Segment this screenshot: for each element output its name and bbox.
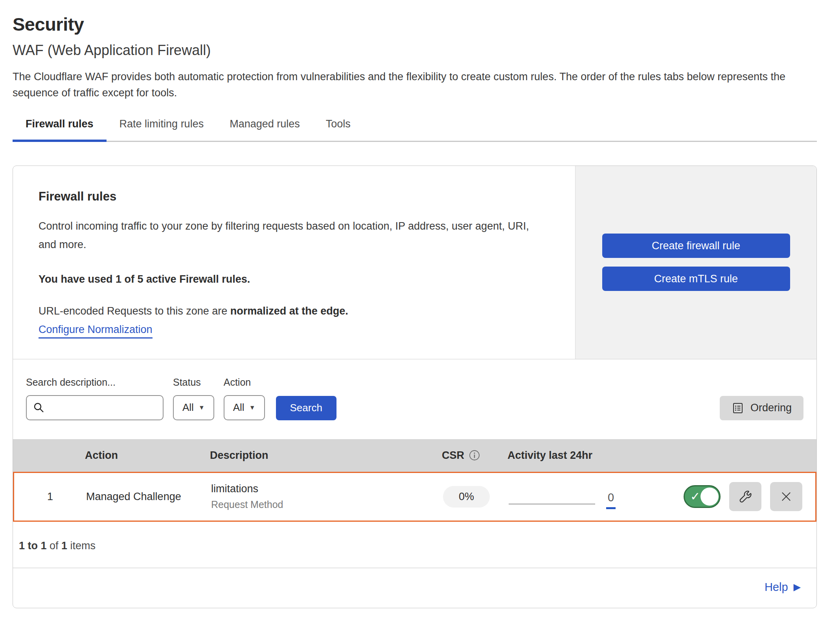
- info-icon[interactable]: [469, 450, 480, 461]
- help-link[interactable]: Help ▶: [765, 581, 801, 594]
- action-label: Action: [224, 377, 265, 388]
- search-box: [26, 395, 164, 420]
- ordering-button-label: Ordering: [750, 402, 792, 414]
- firewall-rules-card: Firewall rules Control incoming traffic …: [13, 166, 817, 608]
- column-header-activity: Activity last 24hr: [507, 449, 673, 462]
- create-firewall-rule-button[interactable]: Create firewall rule: [602, 234, 790, 258]
- card-top-left: Firewall rules Control incoming traffic …: [13, 166, 575, 359]
- tab-managed-rules[interactable]: Managed rules: [217, 115, 313, 142]
- search-label: Search description...: [26, 377, 164, 388]
- tab-bar: Firewall rules Rate limiting rules Manag…: [13, 115, 817, 142]
- action-select[interactable]: All ▼: [224, 395, 265, 420]
- rule-csr: 0%: [439, 486, 509, 508]
- enable-toggle[interactable]: ✓: [684, 485, 721, 508]
- page-description: The Cloudflare WAF provides both automat…: [13, 69, 818, 101]
- usage-text: You have used 1 of 5 active Firewall rul…: [39, 273, 552, 285]
- close-icon: [780, 490, 793, 503]
- card-actions-panel: Create firewall rule Create mTLS rule: [575, 166, 816, 359]
- filter-bar: Search description... Status All ▼ Actio…: [13, 359, 816, 439]
- help-row: Help ▶: [13, 568, 816, 608]
- search-button[interactable]: Search: [276, 396, 336, 420]
- delete-button[interactable]: [770, 482, 802, 511]
- normalization-text: URL-encoded Requests to this zone are no…: [39, 305, 552, 317]
- search-input[interactable]: [50, 402, 176, 413]
- status-select-value: All: [182, 401, 194, 414]
- configure-button[interactable]: [729, 482, 761, 511]
- table-row: 1 Managed Challenge limitations Request …: [13, 472, 816, 522]
- activity-count-link[interactable]: 0: [606, 491, 616, 509]
- status-select[interactable]: All ▼: [173, 395, 214, 420]
- card-top-section: Firewall rules Control incoming traffic …: [13, 166, 816, 359]
- column-header-description: Description: [210, 449, 438, 462]
- check-icon: ✓: [690, 489, 700, 503]
- search-icon: [33, 402, 45, 414]
- rule-action: Managed Challenge: [86, 491, 211, 503]
- rule-controls: ✓: [674, 482, 815, 511]
- column-header-action: Action: [85, 449, 210, 462]
- tab-tools[interactable]: Tools: [313, 115, 364, 142]
- ordering-list-icon: [732, 402, 744, 414]
- toggle-knob: [700, 488, 719, 506]
- status-label: Status: [173, 377, 214, 388]
- table-header: Action Description CSR Activity last 24h…: [13, 439, 816, 472]
- action-select-value: All: [233, 401, 245, 414]
- page-title: Security: [13, 13, 818, 35]
- rule-description: limitations Request Method: [211, 483, 439, 510]
- page-subtitle: WAF (Web Application Firewall): [13, 42, 818, 59]
- activity-sparkline: [509, 504, 595, 504]
- rule-activity: 0: [509, 484, 674, 509]
- create-mtls-rule-button[interactable]: Create mTLS rule: [602, 267, 790, 291]
- ordering-button[interactable]: Ordering: [720, 396, 803, 420]
- help-link-label: Help: [765, 581, 788, 594]
- rule-index: 1: [14, 491, 86, 503]
- panel-description: Control incoming traffic to your zone by…: [39, 217, 536, 254]
- panel-heading: Firewall rules: [39, 190, 552, 204]
- page-header: Security WAF (Web Application Firewall) …: [0, 0, 831, 101]
- configure-normalization-link[interactable]: Configure Normalization: [39, 324, 153, 339]
- arrow-right-icon: ▶: [794, 581, 801, 592]
- chevron-down-icon: ▼: [249, 404, 256, 411]
- wrench-icon: [738, 489, 752, 504]
- column-header-csr: CSR: [442, 449, 464, 462]
- items-count: 1 to 1 of 1 items: [13, 522, 816, 568]
- rule-description-title: limitations: [211, 483, 439, 495]
- chevron-down-icon: ▼: [199, 404, 205, 411]
- tab-rate-limiting-rules[interactable]: Rate limiting rules: [107, 115, 217, 142]
- tab-firewall-rules[interactable]: Firewall rules: [13, 115, 107, 142]
- rule-description-sub: Request Method: [211, 499, 439, 510]
- csr-badge: 0%: [443, 486, 490, 508]
